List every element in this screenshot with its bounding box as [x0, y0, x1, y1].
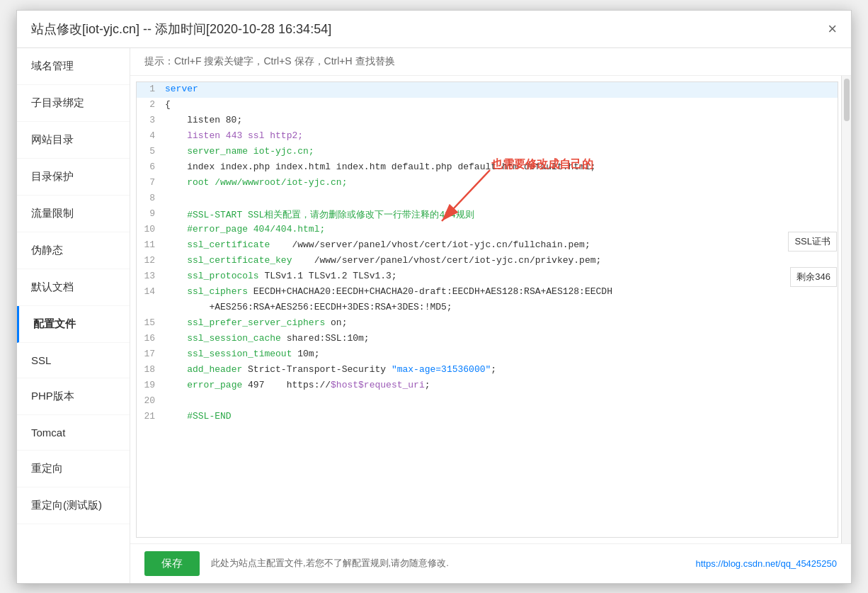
code-editor[interactable]: 1 server 2 { 3 listen 80;	[136, 81, 838, 538]
sidebar: 域名管理 子目录绑定 网站目录 目录保护 流量限制 伪静态 默认文档 配置文件	[17, 48, 130, 583]
footer-link[interactable]: https://blog.csdn.net/qq_45425250	[696, 558, 838, 569]
ssl-cert-label: SSL证书	[788, 232, 837, 252]
close-button[interactable]: ×	[828, 21, 837, 37]
code-line-14: 14 ssl_ciphers EECDH+CHACHA20:EECDH+CHAC…	[137, 285, 838, 300]
code-line-16: 16 ssl_session_cache shared:SSL:10m;	[137, 332, 838, 347]
code-line-5: 5 server_name iot-yjc.cn;	[137, 145, 838, 160]
code-line-6: 6 index index.php index.html index.htm d…	[137, 160, 838, 176]
code-line-13: 13 ssl_protocols TLSv1.1 TLSv1.2 TLSv1.3…	[137, 269, 838, 285]
code-line-19: 19 error_page 497 https://$host$request_…	[137, 378, 838, 394]
code-line-4: 4 listen 443 ssl http2;	[137, 129, 838, 145]
sidebar-item-tomcat[interactable]: Tomcat	[17, 415, 130, 451]
hint-bar: 提示：Ctrl+F 搜索关键字，Ctrl+S 保存，Ctrl+H 查找替换	[130, 48, 851, 76]
code-line-10: 10 #error_page 404/404.html;	[137, 222, 838, 238]
sidebar-item-dirprotect[interactable]: 目录保护	[17, 159, 130, 196]
sidebar-item-rewrite[interactable]: 伪静态	[17, 232, 130, 269]
sidebar-item-redirect[interactable]: 重定向	[17, 451, 130, 487]
footer-note: 此处为站点主配置文件,若您不了解配置规则,请勿随意修改.	[211, 557, 449, 570]
scrollbar-thumb[interactable]	[844, 79, 850, 121]
code-line-2: 2 {	[137, 98, 838, 113]
code-line-1: 1 server	[137, 82, 838, 98]
code-line-7: 7 root /www/wwwroot/iot-yjc.cn;	[137, 176, 838, 191]
modal-window: 站点修改[iot-yjc.cn] -- 添加时间[2020-10-28 16:3…	[16, 10, 852, 584]
modal-header: 站点修改[iot-yjc.cn] -- 添加时间[2020-10-28 16:3…	[17, 11, 851, 48]
code-line-14b: +AES256:RSA+AES256:EECDH+3DES:RSA+3DES:!…	[137, 300, 838, 316]
code-line-11: 11 ssl_certificate /www/server/panel/vho…	[137, 238, 838, 254]
sidebar-item-webdir[interactable]: 网站目录	[17, 122, 130, 159]
code-line-18: 18 add_header Strict-Transport-Security …	[137, 363, 838, 378]
sidebar-item-defaultdoc[interactable]: 默认文档	[17, 269, 130, 306]
modal-body: 域名管理 子目录绑定 网站目录 目录保护 流量限制 伪静态 默认文档 配置文件	[17, 48, 851, 583]
sidebar-item-php[interactable]: PHP版本	[17, 378, 130, 415]
modal-title: 站点修改[iot-yjc.cn] -- 添加时间[2020-10-28 16:3…	[31, 21, 331, 38]
sidebar-item-config[interactable]: 配置文件	[17, 306, 130, 343]
code-line-20: 20	[137, 394, 838, 410]
code-line-9: 9 #SSL-START SSL相关配置，请勿删除或修改下一行带注释的404规则	[137, 207, 838, 222]
code-line-15: 15 ssl_prefer_server_ciphers on;	[137, 316, 838, 332]
days-remaining-label: 剩余346	[790, 267, 837, 287]
code-line-8: 8	[137, 191, 838, 207]
code-line-21: 21 #SSL-END	[137, 410, 838, 425]
editor-wrapper: 1 server 2 { 3 listen 80;	[130, 76, 851, 543]
code-line-17: 17 ssl_session_timeout 10m;	[137, 347, 838, 363]
main-content: 提示：Ctrl+F 搜索关键字，Ctrl+S 保存，Ctrl+H 查找替换 1 …	[130, 48, 851, 583]
save-button[interactable]: 保存	[144, 551, 200, 576]
code-line-3: 3 listen 80;	[137, 113, 838, 129]
code-line-12: 12 ssl_certificate_key /www/server/panel…	[137, 254, 838, 269]
footer: 保存 此处为站点主配置文件,若您不了解配置规则,请勿随意修改. https://…	[130, 543, 851, 583]
scrollbar-area[interactable]	[841, 76, 851, 543]
sidebar-item-redirect-beta[interactable]: 重定向(测试版)	[17, 487, 130, 524]
sidebar-item-traffic[interactable]: 流量限制	[17, 196, 130, 232]
sidebar-item-subdir[interactable]: 子目录绑定	[17, 85, 130, 122]
sidebar-item-ssl[interactable]: SSL	[17, 343, 130, 378]
sidebar-item-domain[interactable]: 域名管理	[17, 48, 130, 85]
